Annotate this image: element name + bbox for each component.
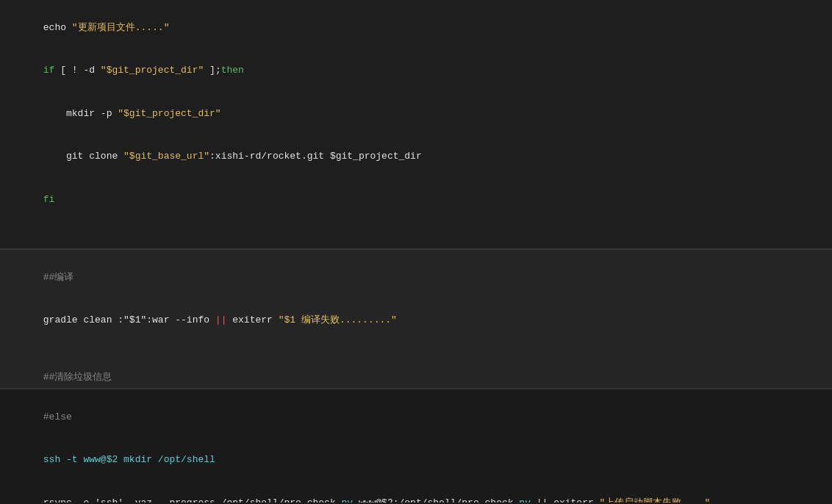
code-block-bot: #else ssh -t www@$2 mkdir /opt/shell rsy… [0,389,832,503]
line-2: if [ ! -d "$git_project_dir" ];then [9,49,823,93]
code-block-top: echo "更新项目文件....." if [ ! -d "$git_proje… [0,0,832,250]
line-mid-1: ##编译 [9,256,823,299]
line-3: mkdir -p "$git_project_dir" [9,92,823,135]
line-bot-2: ssh -t www@$2 mkdir /opt/shell [9,439,823,482]
line-4: git clone "$git_base_url":xishi-rd/rocke… [9,135,823,179]
line-1: echo "更新项目文件....." [9,6,823,49]
line-bot-3: rsync -e 'ssh' -vaz --progress /opt/shel… [9,481,823,503]
line-mid-2: gradle clean :"$1":war --info || exiterr… [9,299,823,342]
line-mid-3 [9,342,823,356]
line-7: cd $git_project_dir [9,235,823,250]
line-bot-1: #else [9,395,823,439]
code-block-mid: ##编译 gradle clean :"$1":war --info || ex… [0,250,832,389]
line-6 [9,221,823,236]
terminal-window: echo "更新项目文件....." if [ ! -d "$git_proje… [0,0,832,503]
line-5: fi [9,178,823,221]
line-mid-4: ##清除垃圾信息 [9,356,823,390]
